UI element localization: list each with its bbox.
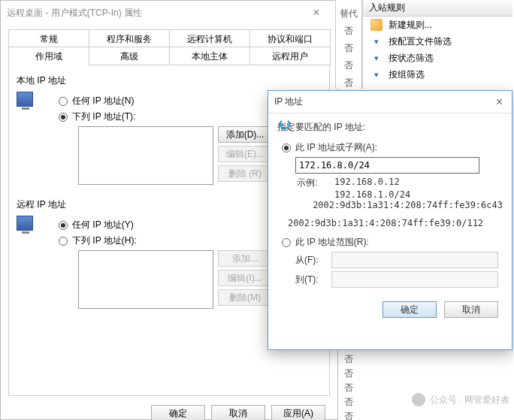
- override-cell: 否: [335, 410, 362, 420]
- tab-remote-user[interactable]: 远程用户: [249, 47, 331, 65]
- override-cell: 否: [336, 25, 361, 38]
- watermark-text: 公众号 · 网管爱好者: [430, 394, 509, 406]
- properties-titlebar: 远程桌面 - 用户模式(TCP-In) 属性 ×: [1, 1, 337, 25]
- override-column-lower: 否 否 否 否 否: [335, 352, 362, 419]
- funnel-icon: ▾: [370, 35, 382, 47]
- tab-local-principal[interactable]: 本地主体: [169, 47, 250, 65]
- example-extra: 2002:9d3b:1a31:4:208:74ff:fe39:0/112: [288, 218, 503, 228]
- example-value: 192.168.0.12: [334, 177, 400, 189]
- watermark: 公众号 · 网管爱好者: [412, 393, 509, 406]
- computer-icon: [17, 216, 36, 235]
- new-rule-label: 新建规则...: [389, 19, 432, 32]
- override-header: 替代: [336, 8, 361, 20]
- dialog-buttons: 确定 取消 应用(A): [1, 396, 337, 420]
- override-cell: 否: [336, 77, 361, 89]
- override-cell: 否: [335, 353, 362, 366]
- radio-ip-subnet[interactable]: [282, 144, 291, 153]
- tab-remote-computer[interactable]: 远程计算机: [169, 29, 250, 47]
- override-cell: 否: [336, 59, 361, 72]
- to-input[interactable]: [331, 271, 498, 288]
- props-ok-button[interactable]: 确定: [151, 405, 205, 420]
- ip-ok-button[interactable]: 确定: [382, 301, 437, 318]
- ip-dialog-titlebar: IP 地址 ×: [268, 91, 512, 113]
- props-cancel-button[interactable]: 取消: [211, 405, 265, 420]
- local-ip-listbox[interactable]: [78, 126, 213, 185]
- radio-remote-list-label: 下列 IP 地址(H):: [72, 234, 137, 247]
- example-value: 192.168.1.0/24: [334, 189, 410, 200]
- radio-ip-subnet-label: 此 IP 地址或子网(A):: [295, 141, 377, 154]
- override-cell: 否: [335, 367, 362, 380]
- remote-add-button[interactable]: 添加...: [218, 250, 272, 267]
- ip-cancel-button[interactable]: 取消: [444, 301, 498, 318]
- override-cell: 否: [335, 382, 362, 394]
- match-label: 指定要匹配的 IP 地址:: [277, 121, 503, 134]
- tab-programs[interactable]: 程序和服务: [89, 29, 170, 47]
- filter-by-profile-item[interactable]: ▾ 按配置文件筛选: [363, 33, 512, 50]
- local-remove-button[interactable]: 删除 (R): [218, 165, 272, 182]
- radio-local-list[interactable]: [59, 113, 68, 122]
- radio-local-list-label: 下列 IP 地址(T):: [72, 110, 135, 123]
- tab-general[interactable]: 常规: [8, 29, 89, 47]
- tab-advanced[interactable]: 高级: [89, 47, 170, 65]
- filter-by-profile-label: 按配置文件筛选: [389, 35, 452, 48]
- close-icon[interactable]: ×: [301, 6, 331, 20]
- computer-icon: [17, 92, 36, 111]
- ip-dialog-title: IP 地址: [274, 95, 493, 108]
- ip-subnet-input[interactable]: [295, 157, 479, 174]
- wechat-icon: [412, 393, 425, 406]
- override-column: 替代 否 否 否 否: [335, 0, 362, 89]
- tab-protocols[interactable]: 协议和端口: [249, 29, 331, 47]
- new-rule-icon: [370, 19, 382, 31]
- funnel-icon: ▾: [370, 68, 382, 80]
- filter-by-state-label: 按状态筛选: [389, 52, 434, 65]
- filter-by-group-label: 按组筛选: [389, 68, 425, 81]
- from-input[interactable]: [331, 252, 498, 268]
- local-edit-button[interactable]: 编辑(E)...: [218, 146, 272, 162]
- inbound-rules-panel: 入站规则 新建规则... ▾ 按配置文件筛选 ▾ 按状态筛选 ▾ 按组筛选: [362, 0, 512, 89]
- filter-by-state-item[interactable]: ▾ 按状态筛选: [363, 50, 512, 66]
- remote-ip-listbox[interactable]: [78, 250, 213, 309]
- filter-by-group-item[interactable]: ▾ 按组筛选: [363, 66, 512, 83]
- local-ip-label: 本地 IP 地址: [17, 74, 322, 87]
- radio-ip-range[interactable]: [282, 238, 291, 247]
- funnel-icon: ▾: [370, 52, 382, 64]
- radio-remote-any-label: 任何 IP 地址(Y): [72, 219, 134, 231]
- from-label: 从(F):: [295, 254, 325, 267]
- inbound-rules-header: 入站规则: [363, 0, 512, 17]
- properties-title: 远程桌面 - 用户模式(TCP-In) 属性: [7, 7, 301, 20]
- ip-address-dialog: IP 地址 × 指定要匹配的 IP 地址: 此 IP 地址或子网(A): 示例:…: [268, 90, 512, 350]
- override-cell: 否: [336, 42, 361, 55]
- close-icon[interactable]: ×: [493, 95, 506, 109]
- tab-scope[interactable]: 作用域: [8, 47, 89, 65]
- local-add-button[interactable]: 添加(D)...: [218, 126, 272, 143]
- remote-remove-button[interactable]: 删除(M): [218, 289, 272, 306]
- example-label: 示例:: [297, 177, 327, 189]
- radio-remote-list[interactable]: [59, 237, 68, 246]
- radio-remote-any[interactable]: [59, 221, 68, 230]
- props-apply-button[interactable]: 应用(A): [271, 405, 325, 420]
- radio-local-any[interactable]: [59, 97, 68, 106]
- override-cell: 否: [335, 396, 362, 409]
- example-value: 2002:9d3b:1a31:4:208:74ff:fe39:6c43: [313, 200, 503, 210]
- remote-edit-button[interactable]: 编辑(I)...: [218, 270, 272, 286]
- to-label: 到(T):: [295, 273, 325, 286]
- radio-ip-range-label: 此 IP 地址范围(R):: [295, 236, 369, 249]
- new-rule-item[interactable]: 新建规则...: [363, 17, 512, 33]
- radio-local-any-label: 任何 IP 地址(N): [72, 95, 134, 107]
